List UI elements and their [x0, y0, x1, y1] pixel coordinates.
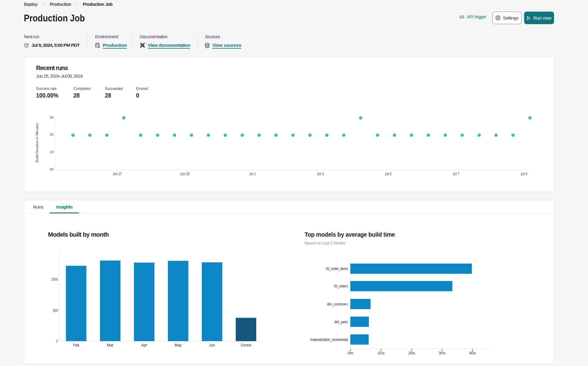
svg-text:500: 500 — [53, 308, 58, 313]
svg-text:Jul 3: Jul 3 — [317, 172, 324, 176]
svg-text:20s: 20s — [408, 351, 415, 355]
svg-text:fct_orders: fct_orders — [334, 284, 348, 288]
svg-text:0m: 0m — [50, 167, 54, 172]
svg-text:0: 0 — [56, 339, 58, 343]
svg-text:40s: 40s — [469, 351, 476, 355]
svg-text:3m: 3m — [50, 115, 54, 120]
svg-text:1m: 1m — [50, 150, 54, 154]
svg-text:Mar: Mar — [107, 343, 114, 347]
svg-text:dim_parts: dim_parts — [335, 320, 348, 324]
svg-text:Build Duration in Minutes: Build Duration in Minutes — [35, 123, 39, 162]
svg-text:Jul 1: Jul 1 — [249, 172, 256, 176]
svg-text:Jul 7: Jul 7 — [453, 172, 459, 176]
svg-text:Apr: Apr — [141, 343, 147, 347]
svg-text:Jun 29: Jun 29 — [180, 172, 189, 176]
svg-text:0m: 0m — [348, 351, 353, 355]
svg-text:Current: Current — [241, 343, 251, 347]
svg-text:30s: 30s — [438, 351, 446, 355]
svg-text:Jul 5: Jul 5 — [385, 172, 392, 176]
svg-text:Jun: Jun — [209, 343, 215, 347]
svg-text:May: May — [175, 343, 182, 347]
svg-text:dim_customers: dim_customers — [327, 302, 348, 306]
svg-text:materialization_incremental: materialization_incremental — [310, 338, 348, 342]
svg-text:Feb: Feb — [73, 343, 79, 347]
svg-text:Jun 27: Jun 27 — [113, 172, 122, 176]
svg-text:Jul 9: Jul 9 — [520, 172, 527, 176]
svg-text:1000: 1000 — [51, 277, 58, 282]
svg-text:2m: 2m — [50, 132, 54, 137]
svg-text:fct_order_items: fct_order_items — [326, 267, 348, 271]
svg-text:10s: 10s — [378, 351, 385, 355]
